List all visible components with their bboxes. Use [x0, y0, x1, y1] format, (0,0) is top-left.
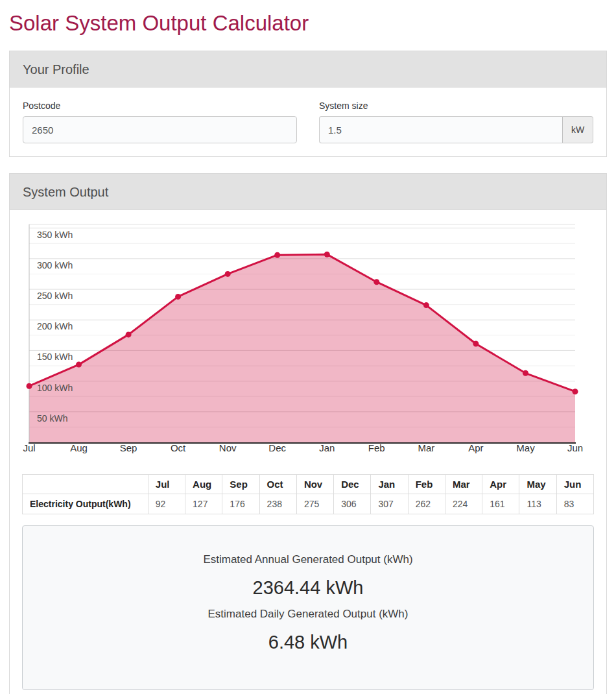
month-header-cell: May [519, 475, 556, 494]
output-value-cell: 83 [556, 494, 593, 514]
chart-x-tick-labels: JulAugSepOctNovDecJanFebMarAprMayJun [23, 442, 583, 453]
output-value-cell: 176 [222, 494, 259, 514]
month-header-cell: Jan [371, 475, 408, 494]
page: Solar System Output Calculator Your Prof… [0, 10, 616, 694]
postcode-field-group: Postcode [23, 101, 297, 143]
profile-panel-header: Your Profile [10, 51, 606, 88]
svg-text:Jul: Jul [23, 442, 35, 453]
svg-text:May: May [516, 442, 535, 453]
svg-text:300 kWh: 300 kWh [37, 260, 73, 270]
profile-form: Postcode System size kW [10, 88, 606, 156]
month-header-cell: Nov [296, 475, 333, 494]
svg-text:Jan: Jan [319, 442, 335, 453]
svg-text:Jun: Jun [567, 442, 583, 453]
summary-box: Estimated Annual Generated Output (kWh) … [22, 525, 594, 690]
system-size-field-group: System size kW [319, 101, 593, 143]
output-value-cell: 306 [334, 494, 371, 514]
output-value-cell: 307 [371, 494, 408, 514]
annual-output-label: Estimated Annual Generated Output (kWh) [29, 553, 587, 566]
month-header-cell: Sep [222, 475, 259, 494]
chart-area-fill [29, 254, 575, 442]
svg-text:250 kWh: 250 kWh [37, 291, 73, 301]
svg-text:Sep: Sep [120, 442, 137, 453]
output-table-container: JulAugSepOctNovDecJanFebMarAprMayJun Ele… [22, 474, 594, 514]
output-value-cell: 238 [259, 494, 296, 514]
output-value-cell: 275 [296, 494, 333, 514]
svg-text:Feb: Feb [368, 442, 385, 453]
svg-text:Oct: Oct [171, 442, 186, 453]
output-value-cell: 161 [482, 494, 519, 514]
output-value-cell: 92 [148, 494, 185, 514]
system-size-input[interactable] [319, 116, 562, 143]
annual-output-value: 2364.44 kWh [29, 577, 587, 599]
svg-text:Aug: Aug [70, 442, 88, 453]
output-area-chart: 50 kWh100 kWh150 kWh200 kWh250 kWh300 kW… [10, 210, 606, 463]
output-table: JulAugSepOctNovDecJanFebMarAprMayJun Ele… [22, 474, 594, 514]
profile-panel: Your Profile Postcode System size kW [9, 51, 607, 157]
svg-text:Mar: Mar [418, 442, 434, 453]
table-corner-cell [23, 475, 148, 494]
month-header-cell: Apr [482, 475, 519, 494]
svg-text:100 kWh: 100 kWh [37, 383, 73, 393]
row-label: Electricity Output(kWh) [23, 494, 148, 514]
postcode-label: Postcode [23, 101, 297, 111]
system-output-panel-header: System Output [10, 174, 606, 210]
output-chart-container: 50 kWh100 kWh150 kWh200 kWh250 kWh300 kW… [10, 210, 606, 463]
month-header-cell: Aug [185, 475, 222, 494]
output-value-cell: 262 [408, 494, 445, 514]
output-value-cell: 113 [519, 494, 556, 514]
output-value-cell: 224 [445, 494, 482, 514]
month-header-cell: Dec [334, 475, 371, 494]
daily-output-label: Estimated Daily Generated Output (kWh) [29, 608, 587, 621]
month-header-cell: Jul [148, 475, 185, 494]
month-header-cell: Oct [259, 475, 296, 494]
svg-text:Apr: Apr [468, 442, 483, 453]
month-header-cell: Jun [556, 475, 593, 494]
svg-text:200 kWh: 200 kWh [37, 321, 73, 331]
svg-text:150 kWh: 150 kWh [37, 352, 73, 362]
svg-text:Dec: Dec [268, 442, 286, 453]
svg-text:Nov: Nov [219, 442, 237, 453]
table-row: Electricity Output(kWh) 9212717623827530… [23, 494, 594, 514]
daily-output-value: 6.48 kWh [29, 632, 587, 653]
table-header-row: JulAugSepOctNovDecJanFebMarAprMayJun [23, 475, 594, 494]
system-size-label: System size [319, 101, 593, 111]
svg-text:50 kWh: 50 kWh [37, 413, 67, 424]
output-value-cell: 127 [185, 494, 222, 514]
month-header-cell: Mar [445, 475, 482, 494]
month-header-cell: Feb [408, 475, 445, 494]
svg-text:350 kWh: 350 kWh [37, 230, 73, 240]
postcode-input[interactable] [23, 116, 297, 143]
system-output-panel: System Output 50 kWh100 kWh150 kWh200 kW… [9, 173, 607, 694]
system-size-unit-addon: kW [562, 116, 593, 143]
system-output-body: 50 kWh100 kWh150 kWh200 kWh250 kWh300 kW… [10, 210, 606, 694]
page-title: Solar System Output Calculator [9, 10, 607, 36]
